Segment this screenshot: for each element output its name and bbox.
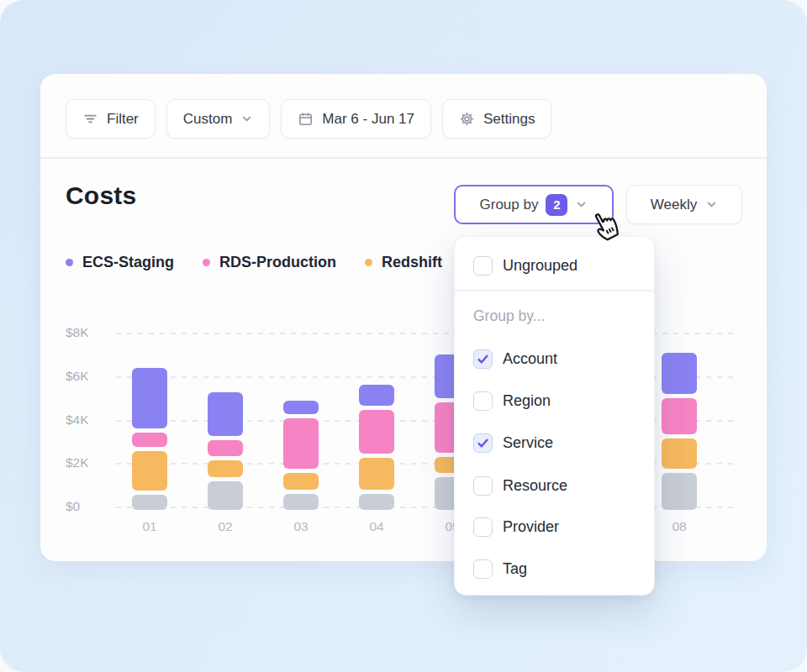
menu-item-service[interactable]: Service <box>473 433 553 453</box>
y-axis-tick: $0 <box>66 499 80 514</box>
legend-item-rds-production[interactable]: RDS-Production <box>203 254 336 271</box>
filter-icon <box>82 111 98 127</box>
costs-card: Filter Custom Mar 6 - Jun 17 Settings Co… <box>40 74 767 561</box>
bar-03[interactable] <box>283 401 319 510</box>
bar-segment[interactable] <box>662 398 697 434</box>
menu-item-label: Region <box>503 392 551 410</box>
legend-dot-icon <box>203 259 210 266</box>
ungrouped-checkbox[interactable] <box>473 256 493 276</box>
menu-item-resource[interactable]: Resource <box>473 476 567 496</box>
bar-segment[interactable] <box>208 440 243 456</box>
x-axis-tick: 01 <box>132 519 167 534</box>
settings-button[interactable]: Settings <box>442 99 551 139</box>
toolbar: Filter Custom Mar 6 - Jun 17 Settings <box>66 99 551 139</box>
x-axis-tick: 08 <box>662 519 697 534</box>
menu-item-label: Tag <box>503 560 527 578</box>
filter-button-label: Filter <box>107 111 139 128</box>
card-divider <box>40 157 767 159</box>
chart-legend: ECS-StagingRDS-ProductionRedshift <box>66 254 442 271</box>
legend-label: Redshift <box>382 254 442 271</box>
settings-button-label: Settings <box>483 111 535 128</box>
date-range-label: Mar 6 - Jun 17 <box>322 111 414 128</box>
region-checkbox[interactable] <box>473 391 493 411</box>
bar-segment[interactable] <box>359 410 394 454</box>
y-axis-tick: $4K <box>66 412 89 428</box>
menu-item-tag[interactable]: Tag <box>473 559 527 579</box>
y-axis-tick: $8K <box>66 325 89 340</box>
bar-segment[interactable] <box>208 460 243 477</box>
legend-item-ecs-staging[interactable]: ECS-Staging <box>66 254 174 271</box>
menu-item-label: Account <box>503 350 557 368</box>
page-title: Costs <box>66 181 136 210</box>
chevron-down-icon <box>575 198 588 211</box>
bar-segment[interactable] <box>283 473 319 490</box>
bar-02[interactable] <box>208 392 243 510</box>
bar-segment[interactable] <box>359 458 394 490</box>
ungrouped-label: Ungrouped <box>503 257 578 275</box>
group-by-count-badge: 2 <box>546 194 567 216</box>
group-by-label: Group by <box>480 197 539 213</box>
menu-item-label: Resource <box>503 477 567 495</box>
chevron-down-icon <box>705 198 718 211</box>
date-range-button[interactable]: Mar 6 - Jun 17 <box>281 99 431 139</box>
legend-dot-icon <box>66 259 73 266</box>
resource-checkbox[interactable] <box>473 476 493 496</box>
legend-item-redshift[interactable]: Redshift <box>365 254 442 271</box>
group-by-dropdown-menu: Ungrouped Group by... AccountRegionServi… <box>454 236 655 596</box>
legend-label: RDS-Production <box>219 254 336 271</box>
x-axis-tick: 04 <box>359 519 394 534</box>
dropdown-divider <box>455 290 654 291</box>
bar-segment[interactable] <box>132 495 167 510</box>
bar-segment[interactable] <box>662 353 697 394</box>
custom-dropdown-button[interactable]: Custom <box>166 99 271 139</box>
bar-segment[interactable] <box>283 418 319 469</box>
bar-segment[interactable] <box>132 433 167 447</box>
y-axis-tick: $6K <box>66 369 89 384</box>
tag-checkbox[interactable] <box>473 559 493 579</box>
menu-item-label: Provider <box>503 518 559 536</box>
group-by-button[interactable]: Group by 2 <box>454 185 614 224</box>
bar-segment[interactable] <box>283 401 319 414</box>
service-checkbox[interactable] <box>473 433 493 453</box>
menu-item-ungrouped[interactable]: Ungrouped <box>473 256 578 276</box>
bar-segment[interactable] <box>662 438 697 469</box>
x-axis-tick: 03 <box>283 519 319 534</box>
bar-segment[interactable] <box>132 451 167 491</box>
bar-segment[interactable] <box>359 494 394 510</box>
bar-segment[interactable] <box>662 473 697 510</box>
provider-checkbox[interactable] <box>473 517 493 537</box>
x-axis-tick: 02 <box>208 519 243 534</box>
menu-item-label: Service <box>503 434 553 452</box>
interval-dropdown-button[interactable]: Weekly <box>626 185 742 224</box>
bar-segment[interactable] <box>132 368 167 428</box>
chevron-down-icon <box>240 113 253 125</box>
dropdown-section-label: Group by... <box>473 307 545 325</box>
menu-item-account[interactable]: Account <box>473 349 557 369</box>
bar-04[interactable] <box>359 385 394 510</box>
calendar-icon <box>298 111 314 127</box>
bar-segment[interactable] <box>283 494 319 510</box>
filter-button[interactable]: Filter <box>66 99 156 139</box>
custom-dropdown-label: Custom <box>183 111 233 128</box>
gear-icon <box>459 111 475 127</box>
interval-label: Weekly <box>651 197 697 213</box>
bar-01[interactable] <box>132 368 167 510</box>
bar-segment[interactable] <box>359 385 394 406</box>
bar-segment[interactable] <box>208 481 243 510</box>
menu-item-region[interactable]: Region <box>473 391 551 411</box>
legend-dot-icon <box>365 259 372 266</box>
menu-item-provider[interactable]: Provider <box>473 517 559 537</box>
account-checkbox[interactable] <box>473 349 493 369</box>
bar-segment[interactable] <box>208 392 243 436</box>
bar-08[interactable] <box>662 353 697 510</box>
legend-label: ECS-Staging <box>82 254 174 271</box>
y-axis-tick: $2K <box>66 455 89 470</box>
